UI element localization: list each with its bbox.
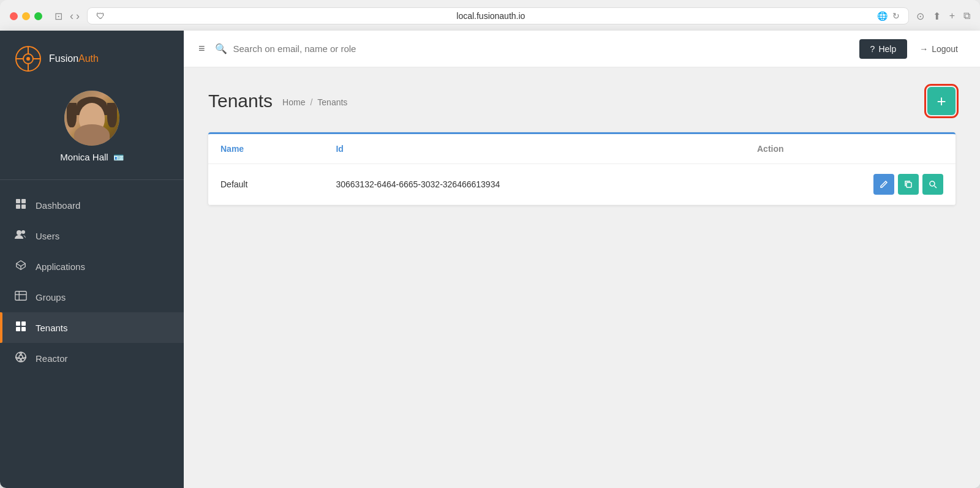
page-header: Tenants Home / Tenants + [208, 87, 956, 115]
address-bar[interactable]: 🛡 local.fusionauth.io 🌐 ↻ [87, 7, 909, 24]
top-nav-actions: ? Help → Logout [859, 39, 965, 59]
applications-label: Applications [36, 261, 85, 272]
refresh-icon[interactable]: ↻ [892, 11, 900, 21]
reactor-icon [15, 351, 27, 365]
groups-icon [15, 290, 27, 304]
col-action: Action [745, 134, 956, 164]
svg-rect-8 [21, 199, 26, 203]
logo-fusion: Fusion [49, 53, 78, 64]
tenants-table: Name Id Action Default 30663132-6464-666… [208, 134, 956, 205]
svg-line-25 [935, 186, 937, 189]
svg-rect-7 [16, 199, 20, 203]
col-id: Id [323, 134, 745, 164]
breadcrumb-current: Tenants [317, 97, 347, 107]
back-arrow[interactable]: ‹ [70, 10, 74, 23]
top-nav: ≡ 🔍 ? Help → Logout [184, 31, 980, 67]
logo-text: FusionAuth [49, 53, 99, 64]
page-content: Tenants Home / Tenants + Name Id Ac [184, 67, 980, 488]
add-tenant-button[interactable]: + [927, 87, 956, 115]
tenants-label: Tenants [36, 323, 68, 333]
sidebar-item-dashboard[interactable]: Dashboard [0, 190, 184, 220]
sidebar-toggle-icon[interactable]: ⊡ [55, 10, 62, 22]
table-header-row: Name Id Action [208, 134, 956, 164]
dashboard-icon [15, 198, 27, 212]
avatar-image [64, 91, 119, 146]
sidebar-nav: Dashboard Users Applications Groups [0, 185, 184, 378]
tenant-actions [745, 164, 956, 205]
menu-toggle-icon[interactable]: ≡ [198, 42, 205, 55]
nav-arrows: ‹ › [70, 10, 80, 23]
help-icon: ? [870, 44, 875, 54]
svg-point-11 [17, 230, 21, 235]
app-window: FusionAuth Monica Hall 🪪 [0, 31, 980, 488]
breadcrumb-home[interactable]: Home [282, 97, 305, 107]
logo-auth: Auth [78, 53, 99, 64]
svg-rect-18 [21, 321, 26, 326]
sidebar-item-users[interactable]: Users [0, 220, 184, 251]
tenants-icon [15, 321, 27, 334]
applications-icon [15, 260, 27, 273]
svg-point-24 [930, 181, 935, 186]
sidebar-item-tenants[interactable]: Tenants [0, 312, 184, 343]
user-name-row: Monica Hall 🪪 [60, 152, 123, 162]
main-content: ≡ 🔍 ? Help → Logout Tenants [184, 31, 980, 488]
lock-icon: 🛡 [96, 11, 105, 21]
copy-tenant-button[interactable] [898, 174, 919, 195]
tenants-table-card: Name Id Action Default 30663132-6464-666… [208, 132, 956, 205]
share-icon[interactable]: ⬆ [933, 10, 941, 22]
search-icon: 🔍 [215, 43, 227, 54]
browser-chrome: ⊡ ‹ › 🛡 local.fusionauth.io 🌐 ↻ ⊙ ⬆ + ⧉ [0, 0, 980, 31]
username-label: Monica Hall [60, 152, 108, 162]
tenant-name: Default [208, 164, 323, 205]
svg-point-2 [26, 57, 30, 61]
tenant-id: 30663132-6464-6665-3032-326466613934 [323, 164, 745, 205]
svg-point-21 [16, 352, 26, 362]
traffic-lights [10, 12, 42, 20]
svg-rect-10 [21, 205, 26, 209]
dashboard-label: Dashboard [36, 200, 80, 211]
traffic-light-yellow[interactable] [22, 12, 30, 20]
sidebar-logo: FusionAuth [0, 31, 184, 84]
traffic-light-red[interactable] [10, 12, 18, 20]
svg-rect-23 [907, 182, 911, 187]
search-area: 🔍 [215, 43, 850, 54]
tabs-icon[interactable]: ⧉ [963, 10, 970, 21]
new-tab-icon[interactable]: + [949, 10, 955, 21]
page-title-area: Tenants Home / Tenants [208, 91, 347, 111]
logout-label: Logout [932, 44, 958, 54]
svg-point-12 [21, 230, 25, 234]
svg-rect-19 [16, 327, 20, 331]
help-button[interactable]: ? Help [859, 39, 908, 59]
svg-rect-14 [15, 291, 26, 301]
search-input[interactable] [233, 43, 850, 54]
breadcrumb-separator: / [310, 97, 312, 107]
logout-icon: → [919, 44, 928, 54]
page-title: Tenants [208, 91, 273, 111]
sidebar: FusionAuth Monica Hall 🪪 [0, 31, 184, 488]
action-buttons [757, 174, 943, 195]
help-label: Help [878, 44, 896, 54]
svg-rect-17 [16, 321, 20, 326]
traffic-light-green[interactable] [34, 12, 42, 20]
avatar-section: Monica Hall 🪪 [0, 84, 184, 175]
fusionauth-logo-icon [15, 45, 42, 72]
user-card-icon[interactable]: 🪪 [113, 152, 124, 162]
table-row: Default 30663132-6464-6665-3032-32646661… [208, 164, 956, 205]
sidebar-item-reactor[interactable]: Reactor [0, 343, 184, 374]
avatar-face [74, 103, 110, 146]
sidebar-item-groups[interactable]: Groups [0, 282, 184, 312]
avatar[interactable] [64, 91, 119, 146]
browser-title-bar: ⊡ ‹ › 🛡 local.fusionauth.io 🌐 ↻ ⊙ ⬆ + ⧉ [10, 7, 970, 24]
sidebar-item-applications[interactable]: Applications [0, 251, 184, 282]
search-tenant-button[interactable] [922, 174, 943, 195]
browser-actions: ⊙ ⬆ + ⧉ [916, 10, 970, 22]
reactor-label: Reactor [36, 353, 68, 364]
breadcrumb: Home / Tenants [282, 95, 347, 107]
translate-icon[interactable]: 🌐 [877, 11, 888, 21]
svg-rect-20 [21, 327, 26, 331]
edit-tenant-button[interactable] [873, 174, 894, 195]
download-icon[interactable]: ⊙ [916, 10, 924, 22]
logout-button[interactable]: → Logout [912, 39, 965, 59]
forward-arrow[interactable]: › [76, 10, 80, 23]
users-icon [15, 229, 27, 242]
